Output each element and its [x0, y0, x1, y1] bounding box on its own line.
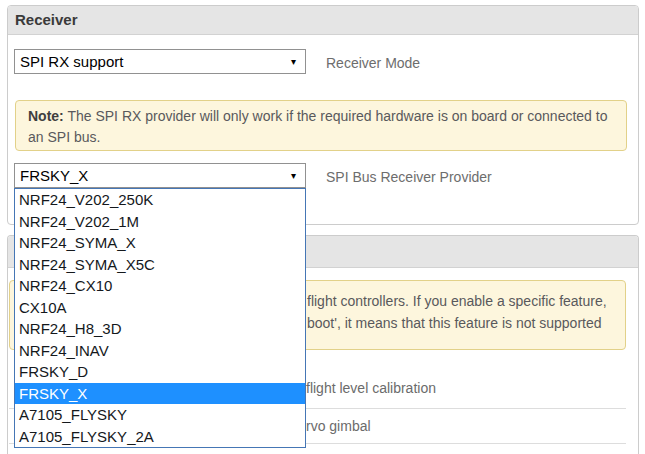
receiver-mode-select-value: SPI RX support: [20, 53, 123, 70]
dropdown-arrow-icon: ▾: [291, 164, 296, 187]
spi-provider-select[interactable]: FRSKY_X ▾: [14, 163, 306, 188]
note-prefix: Note:: [28, 108, 64, 124]
receiver-panel-header: Receiver: [8, 6, 638, 35]
feature-row-label: rvo gimbal: [306, 418, 371, 434]
spi-provider-listbox[interactable]: NRF24_V202_250KNRF24_V202_1MNRF24_SYMA_X…: [14, 188, 306, 448]
receiver-mode-select[interactable]: SPI RX support ▾: [14, 49, 306, 74]
features-note-line1: flight controllers. If you enable a spec…: [307, 291, 607, 312]
listbox-option[interactable]: NRF24_SYMA_X5C: [15, 254, 305, 276]
spi-provider-label: SPI Bus Receiver Provider: [326, 168, 492, 186]
listbox-option[interactable]: FRSKY_D: [15, 361, 305, 383]
listbox-option[interactable]: FRSKY_X: [15, 383, 305, 405]
listbox-option[interactable]: NRF24_CX10: [15, 275, 305, 297]
listbox-option[interactable]: NRF24_SYMA_X: [15, 232, 305, 254]
spi-provider-select-value: FRSKY_X: [20, 167, 88, 184]
dropdown-arrow-icon: ▾: [291, 50, 296, 73]
page: Receiver SPI RX support ▾ Receiver Mode …: [0, 0, 645, 454]
listbox-option[interactable]: NRF24_V202_1M: [15, 211, 305, 233]
receiver-panel-title: Receiver: [15, 11, 78, 28]
features-note-line2: boot', it means that this feature is not…: [307, 313, 602, 334]
spi-rx-note: Note: The SPI RX provider will only work…: [15, 100, 627, 151]
note-text: The SPI RX provider will only work if th…: [28, 108, 607, 145]
receiver-mode-label: Receiver Mode: [326, 54, 420, 72]
listbox-option[interactable]: A7105_FLYSKY: [15, 404, 305, 426]
listbox-option[interactable]: NRF24_V202_250K: [15, 189, 305, 211]
listbox-option[interactable]: NRF24_INAV: [15, 340, 305, 362]
listbox-option[interactable]: CX10A: [15, 297, 305, 319]
listbox-option[interactable]: NRF24_H8_3D: [15, 318, 305, 340]
feature-row-label: flight level calibration: [306, 380, 436, 396]
listbox-option[interactable]: A7105_FLYSKY_2A: [15, 426, 305, 448]
